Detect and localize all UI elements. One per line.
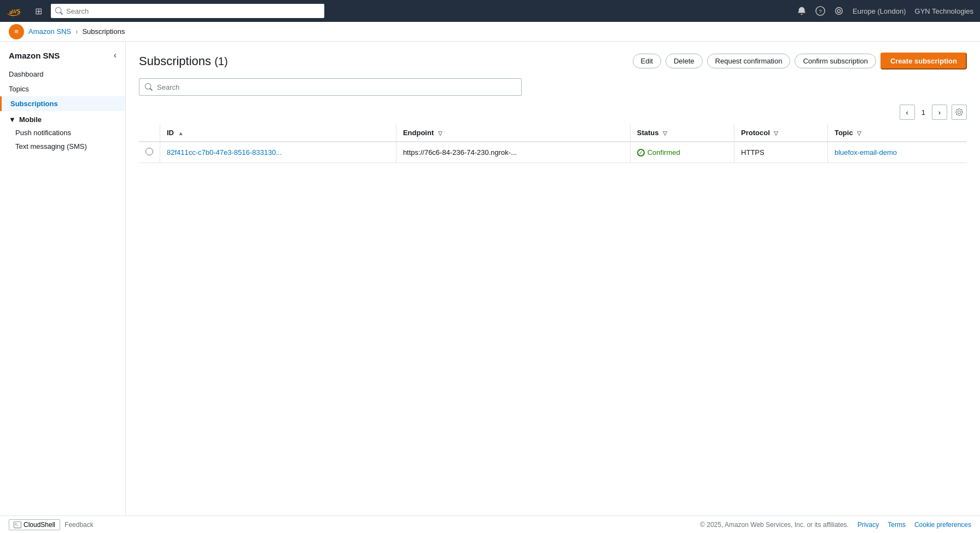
- sidebar-item-sms[interactable]: Text messaging (SMS): [0, 140, 125, 153]
- pagination-controls: ‹ 1 ›: [900, 105, 967, 120]
- help-icon[interactable]: ?: [815, 6, 825, 16]
- notifications-icon[interactable]: [797, 6, 807, 16]
- sidebar-nav: Dashboard Topics Subscriptions ▼ Mobile …: [0, 67, 125, 153]
- radio-button[interactable]: [145, 148, 153, 155]
- sidebar-title: Amazon SNS: [9, 51, 60, 60]
- status-icon: [637, 149, 645, 157]
- cloudshell-button[interactable]: CloudShell: [9, 519, 60, 530]
- breadcrumb-current-page: Subscriptions: [82, 27, 125, 36]
- search-icon: [55, 7, 63, 15]
- search-shortcut: [Option+S]: [286, 7, 320, 15]
- sidebar-header: Amazon SNS ‹: [0, 48, 125, 67]
- feedback-button[interactable]: Feedback: [65, 521, 94, 529]
- select-all-header: [139, 124, 160, 142]
- home-icon[interactable]: ≡: [9, 24, 24, 39]
- sidebar: Amazon SNS ‹ Dashboard Topics Subscripti…: [0, 42, 126, 515]
- subscription-id-link[interactable]: 82f411cc-c7b0-47e3-8516-833130...: [167, 148, 282, 157]
- content-search-bar[interactable]: [139, 78, 522, 96]
- cookie-link[interactable]: Cookie preferences: [914, 521, 971, 529]
- col-status-header[interactable]: Status ▽: [631, 124, 734, 142]
- col-protocol-header[interactable]: Protocol ▽: [734, 124, 827, 142]
- breadcrumb-separator: ›: [75, 27, 78, 36]
- prev-page-button[interactable]: ‹: [900, 105, 915, 120]
- footer: CloudShell Feedback © 2025, Amazon Web S…: [0, 515, 980, 533]
- edit-button[interactable]: Edit: [633, 54, 661, 68]
- col-endpoint-header[interactable]: Endpoint ▽: [396, 124, 630, 142]
- top-nav: ⊞ [Option+S] ? Europe (London) GYN Techn…: [0, 0, 980, 22]
- header-actions: Edit Delete Request confirmation Confirm…: [633, 53, 967, 69]
- content-search-input[interactable]: [157, 83, 516, 91]
- row-select[interactable]: [139, 142, 160, 163]
- terminal-icon: [14, 521, 21, 529]
- svg-text:?: ?: [819, 8, 822, 14]
- status-confirmed: Confirmed: [637, 148, 727, 157]
- row-status: Confirmed: [631, 142, 734, 163]
- request-confirmation-button[interactable]: Request confirmation: [707, 54, 791, 68]
- account-selector[interactable]: GYN Technologies: [915, 7, 973, 15]
- cloudshell-label: CloudShell: [24, 521, 55, 529]
- global-search-input[interactable]: [66, 7, 283, 15]
- sort-id-icon: ▲: [178, 130, 184, 136]
- create-subscription-button[interactable]: Create subscription: [880, 53, 967, 69]
- table-row: 82f411cc-c7b0-47e3-8516-833130... https:…: [139, 142, 967, 163]
- col-topic-header[interactable]: Topic ▽: [828, 124, 967, 142]
- region-selector[interactable]: Europe (London): [853, 7, 906, 15]
- sort-protocol-icon: ▽: [774, 130, 778, 136]
- terms-link[interactable]: Terms: [888, 521, 906, 529]
- breadcrumb-service-link[interactable]: Amazon SNS: [28, 27, 71, 36]
- sidebar-item-subscriptions[interactable]: Subscriptions: [0, 96, 125, 111]
- grid-icon[interactable]: ⊞: [35, 6, 42, 16]
- footer-right: © 2025, Amazon Web Services, Inc. or its…: [700, 521, 971, 529]
- footer-left: CloudShell Feedback: [9, 519, 94, 530]
- settings-nav-icon[interactable]: [834, 6, 844, 16]
- main-content: Subscriptions (1) Edit Delete Request co…: [126, 42, 980, 515]
- page-header: Subscriptions (1) Edit Delete Request co…: [139, 53, 967, 69]
- subscriptions-table: ID ▲ Endpoint ▽ Status ▽: [139, 124, 967, 163]
- row-id: 82f411cc-c7b0-47e3-8516-833130...: [160, 142, 396, 163]
- row-endpoint: https://76c6-84-236-74-230.ngrok-...: [396, 142, 630, 163]
- current-page: 1: [917, 108, 930, 117]
- topic-link[interactable]: bluefox-email-demo: [835, 148, 897, 157]
- sidebar-collapse-button[interactable]: ‹: [114, 50, 116, 60]
- breadcrumb: ≡ Amazon SNS › Subscriptions: [0, 22, 980, 42]
- sidebar-section-mobile[interactable]: ▼ Mobile: [0, 111, 125, 126]
- sidebar-item-topics[interactable]: Topics: [0, 82, 125, 96]
- content-search-icon: [145, 83, 153, 91]
- next-page-button[interactable]: ›: [932, 105, 947, 120]
- privacy-link[interactable]: Privacy: [858, 521, 879, 529]
- nav-right: ? Europe (London) GYN Technologies: [797, 6, 973, 16]
- main-layout: Amazon SNS ‹ Dashboard Topics Subscripti…: [0, 42, 980, 515]
- table-settings-button[interactable]: [952, 105, 967, 120]
- pagination: ‹ 1 ›: [900, 105, 947, 120]
- table-toolbar: ‹ 1 ›: [139, 105, 967, 120]
- confirm-subscription-button[interactable]: Confirm subscription: [795, 54, 876, 68]
- sort-endpoint-icon: ▽: [438, 130, 442, 136]
- sidebar-item-push[interactable]: Push notifications: [0, 126, 125, 140]
- sort-status-icon: ▽: [663, 130, 667, 136]
- page-title: Subscriptions (1): [139, 54, 228, 68]
- gear-icon: [955, 108, 963, 116]
- row-topic: bluefox-email-demo: [828, 142, 967, 163]
- global-search-bar[interactable]: [Option+S]: [51, 4, 324, 18]
- col-id-header[interactable]: ID ▲: [160, 124, 396, 142]
- chevron-down-icon: ▼: [9, 115, 16, 124]
- row-protocol: HTTPS: [734, 142, 827, 163]
- sidebar-item-dashboard[interactable]: Dashboard: [0, 67, 125, 82]
- footer-copyright: © 2025, Amazon Web Services, Inc. or its…: [700, 521, 849, 529]
- sort-topic-icon: ▽: [857, 130, 861, 136]
- aws-logo[interactable]: [7, 5, 26, 17]
- delete-button[interactable]: Delete: [666, 54, 703, 68]
